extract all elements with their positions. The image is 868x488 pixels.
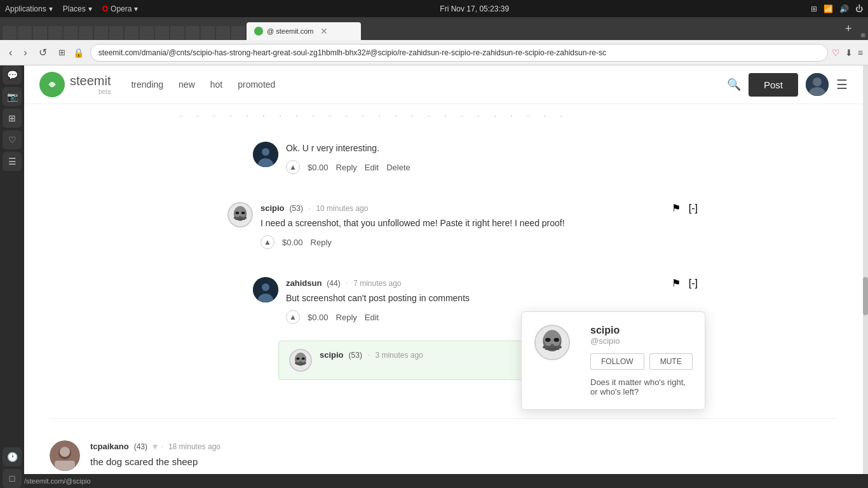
reply-link-zahidsun[interactable]: Reply [336, 313, 357, 322]
meta-dot-2: · [346, 278, 348, 289]
flag-icon-2[interactable]: ⚑ [672, 277, 681, 289]
mute-button[interactable]: MUTE [649, 353, 693, 370]
search-button[interactable]: 🔍 [727, 78, 741, 92]
comment-author-scipio1[interactable]: scipio [261, 203, 285, 213]
tab-item[interactable] [109, 26, 123, 40]
comment-author-zahidsun[interactable]: zahidsun [286, 278, 322, 288]
svg-point-24 [299, 362, 301, 363]
tab-item[interactable] [186, 26, 200, 40]
tab-title: @ steemit.com [267, 27, 314, 35]
tab-item[interactable] [231, 26, 245, 40]
reply-link-ok[interactable]: Reply [336, 163, 357, 172]
os-icon-whatsapp[interactable]: 💬 [3, 65, 22, 85]
svg-point-35 [545, 338, 550, 342]
os-icon-grid[interactable]: ⊞ [3, 109, 22, 128]
user-avatar[interactable] [806, 73, 829, 96]
tab-item[interactable] [64, 26, 78, 40]
upvote-button-zahidsun[interactable]: ▲ [286, 310, 300, 324]
bookmark-icon[interactable]: ♡ [832, 48, 840, 58]
os-icon-heart[interactable]: ♡ [3, 130, 22, 149]
svg-point-11 [235, 212, 239, 214]
tooltip-content: scipio @scipio FOLLOW MUTE Does it matte… [534, 325, 692, 396]
comment-time-scipio1: 10 minutes ago [316, 204, 368, 213]
edit-link-ok[interactable]: Edit [365, 163, 379, 172]
opera-icon: O [102, 4, 108, 13]
follow-button[interactable]: FOLLOW [590, 353, 644, 370]
tab-item[interactable] [216, 26, 230, 40]
tab-item[interactable] [125, 26, 139, 40]
refresh-button[interactable]: ↺ [35, 44, 51, 61]
steemit-logo-svg [43, 76, 61, 93]
nav-new[interactable]: new [179, 79, 195, 90]
comment-body-ok: Ok. U r very interesting. ▲ $0.00 Reply … [286, 142, 698, 174]
comment-author-scipio2[interactable]: scipio [320, 350, 344, 360]
upvote-button-ok[interactable]: ▲ [286, 160, 300, 174]
svg-point-29 [60, 447, 70, 457]
new-tab-button[interactable]: + [840, 22, 857, 36]
os-icon-list[interactable]: ☰ [3, 152, 22, 171]
site-name: steemit [70, 74, 111, 88]
tab-item[interactable] [170, 26, 184, 40]
tab-item[interactable] [140, 26, 154, 40]
os-icon-camera[interactable]: 📷 [3, 87, 22, 106]
meta-dot-bottom: ▾ · [153, 440, 163, 452]
user-avatar-svg [806, 73, 829, 96]
edit-link-zahidsun[interactable]: Edit [365, 313, 379, 322]
grid-view-button[interactable]: ⊞ [55, 45, 69, 60]
tab-item[interactable] [155, 26, 169, 40]
tab-item[interactable] [79, 26, 93, 40]
tab-item[interactable] [201, 26, 215, 40]
svg-rect-30 [55, 461, 75, 471]
collapse-btn-2[interactable]: [-] [686, 278, 698, 289]
address-bar[interactable] [90, 44, 828, 62]
os-icon-square[interactable]: □ [3, 469, 22, 488]
taskbar-left: Applications ▾ Places ▾ O Opera ▾ [5, 4, 138, 13]
delete-link-ok[interactable]: Delete [386, 163, 410, 172]
tab-item[interactable] [33, 26, 47, 40]
menu-icon[interactable]: ≡ [858, 48, 863, 58]
scrollbar-right[interactable] [863, 65, 868, 488]
tab-bar: @ steemit.com ✕ + ≡ [0, 17, 868, 40]
comment-avatar-scipio2 [289, 349, 312, 372]
vote-amount-zahidsun: $0.00 [308, 313, 329, 322]
hamburger-menu[interactable]: ☰ [836, 77, 848, 92]
comment-author-tcpaikano[interactable]: tcpaikano [90, 442, 129, 451]
flag-icon-1[interactable]: ⚑ [672, 202, 681, 214]
wifi-icon: 📶 [824, 4, 833, 13]
tab-list-btn[interactable]: ≡ [860, 30, 865, 40]
nav-hot[interactable]: hot [210, 79, 222, 90]
nav-right-controls: ♡ ⬇ ≡ [832, 48, 863, 58]
os-icon-clock[interactable]: 🕐 [3, 447, 22, 466]
tab-x-icon[interactable]: ✕ [320, 26, 328, 36]
upvote-button-scipio1[interactable]: ▲ [261, 235, 275, 249]
download-icon[interactable]: ⬇ [845, 48, 853, 58]
logo-icon [39, 72, 65, 97]
tab-item[interactable] [48, 26, 62, 40]
taskbar: Applications ▾ Places ▾ O Opera ▾ Fri No… [0, 0, 868, 17]
network-icon: ⊞ [811, 4, 817, 13]
collapse-btn-1[interactable]: [-] [686, 203, 698, 214]
scroll-thumb[interactable] [863, 277, 868, 315]
places-menu[interactable]: Places ▾ [63, 4, 92, 13]
applications-menu[interactable]: Applications ▾ [5, 4, 53, 13]
places-label: Places [63, 4, 86, 13]
active-tab[interactable]: @ steemit.com ✕ [247, 22, 361, 40]
nav-promoted[interactable]: promoted [238, 79, 275, 90]
tab-item[interactable] [3, 26, 17, 40]
comment-rep-zahidsun: (44) [327, 279, 340, 288]
post-button[interactable]: Post [749, 73, 798, 97]
tab-favicon [254, 27, 263, 36]
tooltip-avatar [534, 325, 570, 360]
back-button[interactable]: ‹ [5, 44, 16, 61]
status-bar: https://steemit.com/@scipio [0, 474, 868, 488]
tooltip-mask-svg [536, 325, 569, 360]
forward-button[interactable]: › [20, 44, 31, 61]
tab-item[interactable] [18, 26, 32, 40]
tab-item[interactable] [94, 26, 108, 40]
svg-rect-10 [234, 217, 247, 219]
nav-trending[interactable]: trending [131, 79, 163, 90]
opera-menu[interactable]: O Opera ▾ [102, 4, 139, 13]
site-header: S steemit beta trending new hot promoted… [24, 65, 863, 104]
comment-row-ok: Ok. U r very interesting. ▲ $0.00 Reply … [253, 133, 698, 183]
reply-link-scipio1[interactable]: Reply [311, 238, 332, 247]
